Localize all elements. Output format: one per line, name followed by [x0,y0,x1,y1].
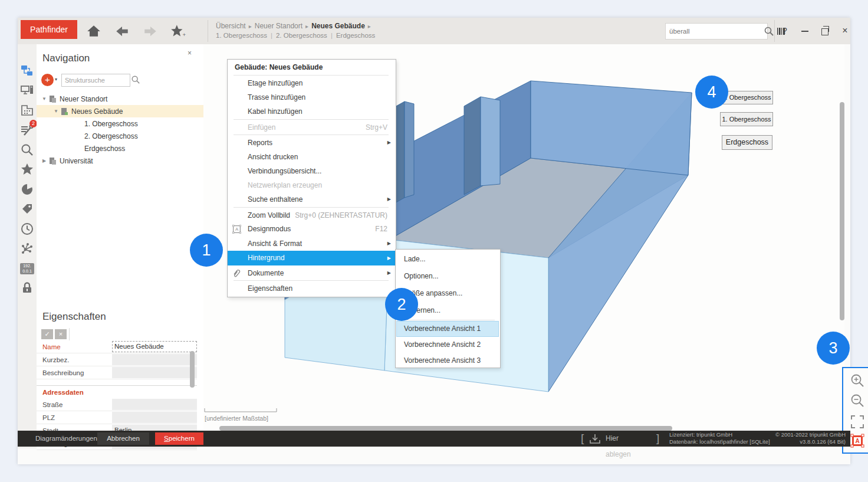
menu-item-reports[interactable]: Reports▶ [228,136,396,150]
tools-icon[interactable]: 2 [20,123,34,137]
floor-button-erdgeschoss[interactable]: Erdgeschoss [722,135,772,150]
fit-view-icon[interactable] [850,414,865,429]
navigation-title: Navigation [42,53,90,64]
callout-3: 3 [817,332,850,365]
design-mode-icon[interactable]: A [850,433,865,448]
cancel-button[interactable]: Abbrechen [97,432,149,445]
forward-icon[interactable] [143,24,158,39]
close-button[interactable]: × [837,22,853,39]
submenu-item-lade[interactable]: Lade... [396,251,499,267]
horizontal-scrollbar[interactable] [219,426,672,431]
crumb-floor-3[interactable]: Erdgeschoss [336,32,375,39]
history-clock-icon[interactable] [20,222,34,236]
topology-icon[interactable] [20,64,34,78]
global-search-input[interactable] [666,28,764,35]
tree-label: Universität [60,157,93,165]
submenu-item-vorberechnete-ansicht-2[interactable]: Vorberechnete Ansicht 2 [396,337,499,353]
navigation-close-icon[interactable]: × [188,49,192,57]
version-info: © 2001-2022 tripunkt GmbH v3.8.0.126 (64… [775,431,846,445]
menu-item-ansicht-format[interactable]: Ansicht & Format▶ [228,237,396,251]
property-row-kurzbez: Kurzbez. [37,353,197,366]
property-label: Beschreibung [37,369,112,376]
vertical-scrollbar[interactable] [840,102,844,320]
save-button[interactable]: Speichern [155,432,203,445]
favorites-icon[interactable] [20,162,34,176]
property-label: Name [37,343,112,350]
floor-button-1-obergeschoss[interactable]: 1. Obergeschoss [720,112,773,126]
network-nodes-icon[interactable] [20,241,34,255]
expander-icon[interactable]: ▶ [41,158,47,163]
zoom-in-icon[interactable] [850,373,865,388]
property-value-input[interactable]: Neues Gebäude [112,341,197,352]
menu-item-eigenschaften[interactable]: Eigenschaften [228,281,396,296]
pie-chart-icon[interactable] [20,182,34,196]
tag-icon[interactable] [20,202,34,216]
app-logo[interactable]: Pathfinder [21,20,77,39]
help-button[interactable]: ? [777,22,793,39]
menu-item-verbindungsuebersicht[interactable]: Verbindungsübersicht... [228,164,396,178]
submenu-item-optionen[interactable]: Optionen... [396,268,499,284]
menu-item-etage-hinzufuegen[interactable]: Etage hinzufügen [228,76,396,90]
context-menu: Gebäude: Neues Gebäude Etage hinzufügen … [227,59,396,297]
breadcrumb-neues-gebaeude[interactable]: Neues Gebäude [311,22,365,30]
callout-4: 4 [695,76,728,109]
crumb-floor-2[interactable]: 2. Obergeschoss [276,32,327,39]
property-row-plz: PLZ [37,411,197,424]
site-icon [48,95,57,103]
property-row-name: Name Neues Gebäude [37,340,197,353]
submenu-arrow-icon: ▶ [387,251,391,265]
minimize-button[interactable] [797,22,813,39]
discard-button[interactable]: × [55,329,67,339]
back-icon[interactable] [114,24,130,39]
ip-line2: 0.0.1 [20,268,34,274]
favorite-add-icon[interactable]: + [170,24,185,39]
menu-item-kabel-hinzufuegen[interactable]: Kabel hinzufügen [228,104,396,119]
zoom-out-icon[interactable] [850,393,865,408]
menu-item-ansicht-drucken[interactable]: Ansicht drucken [228,150,396,164]
floorplan-icon[interactable] [20,103,34,117]
property-value-input[interactable] [112,354,197,365]
property-value-input[interactable] [112,412,197,423]
status-bar: Diagramänderungen: Abbrechen Speichern [… [18,431,850,447]
tree-item-neuer-standort[interactable]: ▼ Neuer Standort [37,93,203,105]
submenu-item-vorberechnete-ansicht-1[interactable]: Vorberechnete Ansicht 1 [396,321,499,337]
tree-item-neues-gebaeude[interactable]: ▼ Neues Gebäude [37,105,203,117]
tree-item-2-obergeschoss[interactable]: 2. Obergeschoss [37,130,203,142]
breadcrumb-uebersicht[interactable]: Übersicht [216,22,246,30]
menu-item-designmodus[interactable]: A DesignmodusF12 [228,222,396,236]
properties-scrollbar[interactable] [190,351,195,388]
apply-button[interactable]: ✓ [41,329,53,339]
menu-item-suche-enthaltene[interactable]: Suche enthaltene▶ [228,192,396,206]
crumb-floor-1[interactable]: 1. Obergeschoss [216,32,267,39]
add-button[interactable]: + [41,74,54,86]
menu-item-trasse-hinzufuegen[interactable]: Trasse hinzufügen [228,90,396,104]
menu-item-hintergrund[interactable]: Hintergrund▶ [228,251,396,265]
structure-search-input[interactable]: Struktursuche [61,74,130,87]
property-value-input[interactable] [112,367,197,378]
lock-icon[interactable] [20,281,34,295]
submenu-arrow-icon: ▶ [387,136,391,150]
search-icon[interactable] [764,26,774,37]
property-section-adressdaten: Adressdaten [37,385,197,398]
expander-icon[interactable]: ▼ [41,96,47,101]
expander-icon[interactable]: ▼ [53,109,59,114]
restore-button[interactable] [817,22,833,39]
property-label: PLZ [37,414,112,421]
submenu-item-vorberechnete-ansicht-3[interactable]: Vorberechnete Ansicht 3 [396,353,499,369]
tree-item-erdgeschoss[interactable]: Erdgeschoss [37,142,203,155]
svg-text:A: A [235,227,239,232]
menu-item-dokumente[interactable]: Dokumente▶ [228,266,396,280]
property-value-input[interactable] [112,399,197,410]
menu-item-zoom-vollbild[interactable]: Zoom VollbildStrg+0 (ZEHNERTASTATUR) [228,208,396,222]
search-module-icon[interactable] [20,143,34,157]
structure-search-icon[interactable] [131,75,140,84]
tree-item-1-obergeschoss[interactable]: 1. Obergeschoss [37,117,203,130]
breadcrumb-neuer-standort[interactable]: Neuer Standort [255,22,303,30]
add-dropdown-caret-icon[interactable]: ▾ [55,77,57,82]
ip-address-icon[interactable]: 192.0.0.1 [20,261,34,276]
toolbar-divider [774,20,775,42]
tree-item-universitaet[interactable]: ▶ Universität [37,155,203,167]
workstation-icon[interactable] [20,83,34,97]
home-icon[interactable] [86,24,101,39]
menu-item-einfuegen: EinfügenStrg+V [228,120,396,135]
